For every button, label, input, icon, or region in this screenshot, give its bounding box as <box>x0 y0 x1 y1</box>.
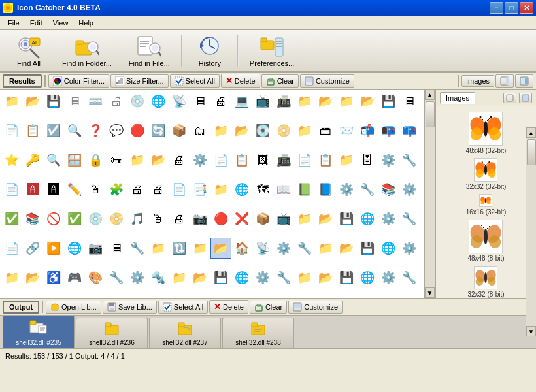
icon-cell[interactable]: ⚙️ <box>336 179 357 200</box>
delete-results-button[interactable]: ✕ Delete <box>221 74 260 88</box>
preferences-button[interactable]: Preferences... <box>243 31 301 71</box>
icon-cell[interactable]: 📺 <box>252 91 273 112</box>
icon-cell[interactable]: 🅰 <box>43 179 64 200</box>
icon-cell[interactable]: ⚙️ <box>273 238 294 259</box>
tab-shell32-236[interactable]: shell32.dll #236 <box>76 318 148 348</box>
icon-cell[interactable]: 📋 <box>231 150 252 171</box>
icon-cell[interactable]: 📂 <box>315 208 336 229</box>
images-panel-tab[interactable]: Images <box>440 92 475 104</box>
panel-icon-2[interactable] <box>515 74 533 88</box>
clear-results-button[interactable]: Clear <box>261 74 299 88</box>
icon-cell[interactable]: 📠 <box>273 91 294 112</box>
icon-cell[interactable]: 💾 <box>378 91 399 112</box>
icon-cell[interactable]: 📁 <box>190 238 210 259</box>
icon-cell[interactable]: 📖 <box>273 179 294 200</box>
color-filter-button[interactable]: Color Filter... <box>48 74 109 88</box>
icon-cell[interactable]: 📁 <box>210 179 231 200</box>
right-scroll-down[interactable]: ▼ <box>526 326 536 336</box>
grid-scrollbar[interactable]: ▲ ▼ <box>424 90 435 298</box>
icon-cell[interactable]: 💾 <box>210 267 231 288</box>
icon-cell[interactable]: ❌ <box>231 208 252 229</box>
icon-cell[interactable]: ✏️ <box>64 179 85 200</box>
icon-cell[interactable]: ▶️ <box>43 238 64 259</box>
icon-cell[interactable]: 📁 <box>1 267 22 288</box>
icon-cell[interactable]: 💽 <box>252 120 273 141</box>
icon-cell[interactable]: 🎮 <box>64 267 85 288</box>
tab-shell32-235[interactable]: shell32.dll #235 <box>3 316 75 348</box>
panel-icon-1[interactable] <box>495 74 514 88</box>
icon-cell[interactable]: 🪟 <box>64 150 85 171</box>
icon-cell[interactable]: ☑️ <box>43 120 64 141</box>
icon-cell[interactable]: 🛑 <box>127 120 148 141</box>
icon-cell[interactable]: 🔍 <box>64 120 85 141</box>
menu-edit[interactable]: Edit <box>25 18 48 28</box>
icon-cell[interactable]: ♿ <box>43 267 64 288</box>
icon-cell[interactable]: 🌐 <box>231 267 252 288</box>
icon-cell[interactable]: 📁 <box>294 267 315 288</box>
clear-bottom-button[interactable]: Clear <box>250 301 287 314</box>
icon-cell[interactable]: ✅ <box>64 208 85 229</box>
icon-cell[interactable]: 📂 <box>357 91 378 112</box>
icon-cell[interactable]: 🗝 <box>106 150 127 171</box>
scroll-down-button[interactable]: ▼ <box>425 287 435 298</box>
icon-cell[interactable]: 🌐 <box>357 208 378 229</box>
icon-cell[interactable]: 💿 <box>127 91 148 112</box>
icon-cell[interactable]: ⌨️ <box>85 91 106 112</box>
icon-cell[interactable]: 📷 <box>85 238 106 259</box>
icon-cell[interactable]: 🖥 <box>399 91 420 112</box>
size-filter-button[interactable]: Size Filter... <box>110 74 168 88</box>
icon-cell[interactable]: 📁 <box>1 91 22 112</box>
icon-cell[interactable]: 📄 <box>1 179 22 200</box>
icon-cell[interactable]: 📄 <box>294 150 315 171</box>
icon-cell[interactable]: 🌐 <box>148 91 169 112</box>
customize-results-button[interactable]: Customize <box>300 74 354 88</box>
icon-cell[interactable]: ⚙️ <box>399 238 420 259</box>
icon-cell[interactable]: 📦 <box>169 120 190 141</box>
icon-cell[interactable]: 🗺 <box>252 179 273 200</box>
minimize-button[interactable]: − <box>490 2 503 14</box>
icon-cell[interactable]: 📁 <box>294 208 315 229</box>
save-lib-button[interactable]: Save Lib... <box>103 301 157 314</box>
icon-cell[interactable]: ⚙️ <box>399 179 420 200</box>
icon-cell[interactable]: 💿 <box>85 208 106 229</box>
right-scroll-up[interactable]: ▲ <box>526 127 536 138</box>
icon-cell[interactable]: ✅ <box>1 208 22 229</box>
icon-cell[interactable]: 📁 <box>210 120 231 141</box>
icon-cell[interactable]: ⚙️ <box>378 150 399 171</box>
open-lib-button[interactable]: Open Lib... <box>46 301 101 314</box>
scroll-up-button[interactable]: ▲ <box>425 90 435 100</box>
tab-shell32-237[interactable]: shell32.dll #237 <box>149 318 221 348</box>
find-all-button[interactable]: All Find All <box>5 31 52 71</box>
icon-cell[interactable]: 📄 <box>169 179 190 200</box>
panel-btn-2[interactable] <box>519 93 532 103</box>
icon-cell[interactable]: 💾 <box>357 238 378 259</box>
icon-cell[interactable]: 📁 <box>294 120 315 141</box>
icon-cell[interactable]: 🔴 <box>210 208 231 229</box>
icon-cell[interactable]: 📋 <box>22 120 43 141</box>
icon-cell[interactable]: 📁 <box>336 150 357 171</box>
icon-cell[interactable]: ⚙️ <box>127 267 148 288</box>
menu-help[interactable]: Help <box>73 18 99 28</box>
icon-cell[interactable]: 📑 <box>190 179 210 200</box>
icon-cell[interactable]: ⚙️ <box>378 208 399 229</box>
menu-view[interactable]: View <box>48 18 74 28</box>
icon-cell[interactable]: 🔧 <box>127 238 148 259</box>
icon-cell[interactable]: 🌐 <box>357 267 378 288</box>
icon-cell[interactable]: 🖥 <box>106 238 127 259</box>
scroll-thumb[interactable] <box>426 101 435 127</box>
icon-cell[interactable]: 📂 <box>315 267 336 288</box>
icon-cell[interactable]: 📁 <box>294 91 315 112</box>
icon-cell[interactable]: 📂 <box>190 267 210 288</box>
close-button[interactable]: ✕ <box>520 2 533 14</box>
find-in-folder-button[interactable]: Find in Folder... <box>55 31 119 71</box>
icon-cell[interactable]: 🖥 <box>190 91 210 112</box>
icon-cell[interactable]: 📂 <box>22 91 43 112</box>
icon-cell[interactable]: 📘 <box>315 179 336 200</box>
icon-cell[interactable]: 💾 <box>336 267 357 288</box>
icon-cell[interactable]: ❓ <box>85 120 106 141</box>
icon-cell[interactable]: ⚙️ <box>378 267 399 288</box>
icon-cell[interactable]: 🔒 <box>85 150 106 171</box>
icon-cell[interactable]: 🔧 <box>399 208 420 229</box>
icon-cell[interactable]: 🖨 <box>169 208 190 229</box>
icon-cell[interactable]: 📄 <box>1 238 22 259</box>
